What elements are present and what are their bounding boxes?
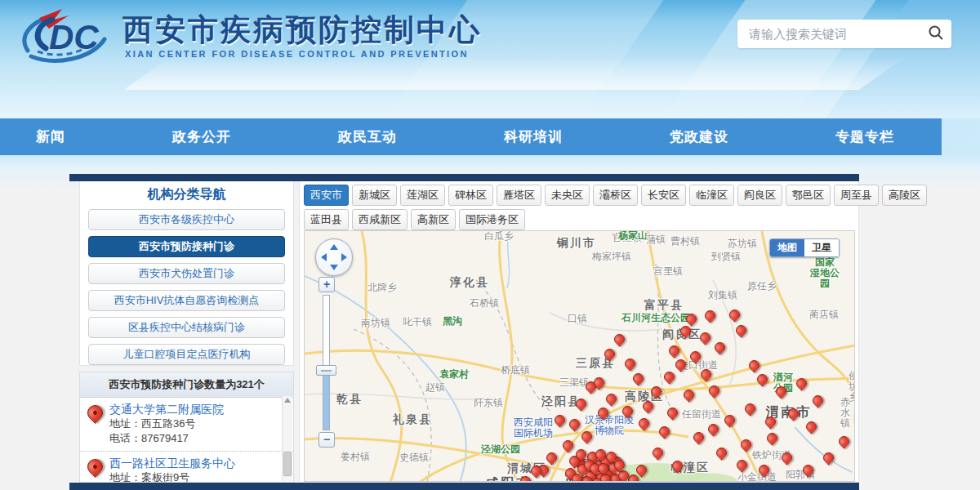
- category-button-4[interactable]: 西安市HIV抗体自愿咨询检测点: [88, 290, 285, 311]
- banner-ribbon: [123, 57, 905, 90]
- zoom-slider-handle[interactable]: [316, 365, 336, 376]
- zoom-out-button[interactable]: −: [318, 432, 335, 448]
- district-tabs: 西安市新城区莲湖区碑林区雁塔区未央区灞桥区长安区临潼区阎良区鄠邑区周至县高陵区 …: [300, 181, 858, 230]
- scrollbar-thumb[interactable]: [283, 452, 292, 476]
- search-box: [737, 20, 951, 48]
- main-panel: 西安市新城区莲湖区碑林区雁塔区未央区灞桥区长安区临潼区阎良区鄠邑区周至县高陵区 …: [299, 181, 859, 483]
- nav-item-1[interactable]: 新闻: [36, 127, 65, 146]
- district-tab-row-2: 蓝田县西咸新区高新区国际港务区: [304, 209, 854, 230]
- nav-item-4[interactable]: 科研培训: [504, 127, 563, 146]
- map-pin-icon: [84, 456, 106, 478]
- district-tab-新城区[interactable]: 新城区: [352, 185, 397, 206]
- district-tab-未央区[interactable]: 未央区: [545, 185, 590, 206]
- cdc-logo[interactable]: DC: [11, 5, 118, 74]
- clinic-item-1: 交通大学第二附属医院地址：西五路36号电话：87679417: [80, 398, 293, 452]
- clinic-list-scrollbar[interactable]: [282, 396, 292, 481]
- map-canvas[interactable]: 官庄镇白瓜乡铜川市杨家山曹村镇苏坊镇梅家坪镇到贤镇宫里镇卤阳湖国家 湿地公园原任…: [304, 230, 855, 482]
- site-title: 西安市疾病预防控制中心: [122, 10, 482, 51]
- nav-row: 新闻政务公开政民互动科研培训党政建设专题专栏: [0, 118, 980, 155]
- pan-right-arrow[interactable]: [341, 253, 347, 261]
- nav-item-6[interactable]: 专题专栏: [835, 127, 894, 146]
- district-tab-周至县[interactable]: 周至县: [834, 185, 879, 206]
- page: DC 西安市疾病预防控制中心 XIAN CENTER FOR DISEASE C…: [0, 0, 980, 490]
- pan-left-arrow[interactable]: [321, 253, 327, 261]
- main-nav: 新闻政务公开政民互动科研培训党政建设专题专栏: [0, 118, 942, 155]
- district-tab-阎良区[interactable]: 阎良区: [737, 185, 782, 206]
- clinic-list-panel: 西安市预防接种门诊数量为321个 交通大学第二附属医院地址：西五路36号电话：8…: [79, 372, 294, 483]
- map-type-toggle: 地图卫星: [769, 238, 840, 257]
- nav-item-5[interactable]: 党政建设: [670, 127, 728, 146]
- category-button-3[interactable]: 西安市犬伤处置门诊: [88, 263, 285, 284]
- search-icon: [928, 24, 944, 43]
- district-tab-临潼区[interactable]: 临潼区: [689, 185, 734, 206]
- clinic-name-link[interactable]: 西一路社区卫生服务中心: [109, 456, 277, 470]
- clinic-address: 地址：西五路36号: [109, 416, 277, 431]
- district-tab-高陵区[interactable]: 高陵区: [882, 185, 927, 206]
- category-button-2[interactable]: 西安市预防接种门诊: [88, 236, 285, 257]
- district-tab-雁塔区[interactable]: 雁塔区: [497, 185, 541, 206]
- clinic-count-header: 西安市预防接种门诊数量为321个: [80, 372, 293, 398]
- footer-bar: [69, 483, 859, 490]
- map-pin-icon: [84, 402, 106, 424]
- map-pan-control[interactable]: [315, 238, 353, 276]
- clinic-name-link[interactable]: 交通大学第二附属医院: [109, 402, 277, 416]
- zoom-in-button[interactable]: +: [318, 277, 335, 292]
- header-banner: DC 西安市疾病预防控制中心 XIAN CENTER FOR DISEASE C…: [0, 0, 980, 118]
- pan-up-arrow[interactable]: [330, 244, 338, 250]
- district-tab-灞桥区[interactable]: 灞桥区: [593, 185, 638, 206]
- category-button-1[interactable]: 西安市各级疾控中心: [88, 209, 285, 230]
- clinic-item-2: 西一路社区卫生服务中心地址：案板街9号电话：87275775-8011: [80, 452, 293, 483]
- district-tab-碑林区[interactable]: 碑林区: [448, 185, 493, 206]
- pan-down-arrow[interactable]: [330, 265, 338, 270]
- district-tab-鄠邑区[interactable]: 鄠邑区: [786, 185, 831, 206]
- search-input[interactable]: [737, 27, 920, 41]
- zoom-slider-fill: [323, 372, 329, 430]
- scroll-up-arrow-icon[interactable]: [284, 398, 291, 403]
- district-tab-高新区[interactable]: 高新区: [411, 209, 456, 230]
- category-panel: 机构分类导航 西安市各级疾控中心西安市预防接种门诊西安市犬伤处置门诊西安市HIV…: [79, 181, 294, 366]
- map-type-map-button[interactable]: 地图: [770, 239, 804, 256]
- clinic-list: 交通大学第二附属医院地址：西五路36号电话：87679417西一路社区卫生服务中…: [80, 398, 293, 483]
- nav-item-3[interactable]: 政民互动: [338, 127, 397, 146]
- svg-text:DC: DC: [49, 18, 99, 56]
- content-top-bar: [69, 174, 859, 181]
- map-type-satellite-button[interactable]: 卫星: [804, 239, 839, 256]
- district-tab-西咸新区[interactable]: 西咸新区: [352, 209, 408, 230]
- category-button-6[interactable]: 儿童口腔项目定点医疗机构: [88, 344, 285, 365]
- clinic-address: 地址：案板街9号: [109, 470, 277, 483]
- category-panel-title: 机构分类导航: [80, 181, 293, 207]
- site-subtitle: XIAN CENTER FOR DISEASE CONTROL AND PREV…: [125, 49, 469, 59]
- clinic-phone: 电话：87679417: [109, 431, 277, 446]
- search-button[interactable]: [920, 20, 951, 48]
- district-tab-西安市[interactable]: 西安市: [304, 185, 349, 206]
- district-tab-row-1: 西安市新城区莲湖区碑林区雁塔区未央区灞桥区长安区临潼区阎良区鄠邑区周至县高陵区: [304, 185, 854, 206]
- district-tab-国际港务区[interactable]: 国际港务区: [459, 209, 525, 230]
- district-tab-莲湖区[interactable]: 莲湖区: [400, 185, 445, 206]
- nav-item-2[interactable]: 政务公开: [172, 127, 231, 146]
- category-button-5[interactable]: 区县疾控中心结核病门诊: [88, 317, 285, 338]
- category-list: 西安市各级疾控中心西安市预防接种门诊西安市犬伤处置门诊西安市HIV抗体自愿咨询检…: [80, 207, 293, 372]
- district-tab-长安区[interactable]: 长安区: [641, 185, 686, 206]
- district-tab-蓝田县[interactable]: 蓝田县: [304, 209, 349, 230]
- zoom-slider-track[interactable]: [323, 295, 330, 430]
